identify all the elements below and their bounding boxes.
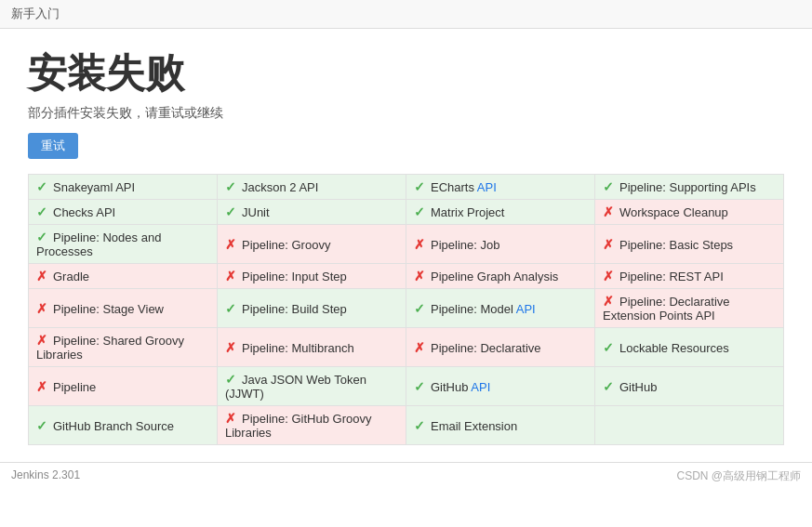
cross-icon: ✗ [414,237,425,252]
table-row: ✗Pipeline: Stage View✓Pipeline: Build St… [29,289,784,328]
cross-icon: ✗ [603,237,614,252]
top-nav: 新手入门 [0,0,812,29]
table-cell: ✓Email Extension [406,406,595,445]
check-icon: ✓ [414,379,425,394]
cross-icon: ✗ [225,237,236,252]
plugin-name: Lockable Resources [619,341,729,355]
check-icon: ✓ [225,204,236,219]
table-cell: ✗Gradle [29,264,218,289]
table-cell: ✗Pipeline: Shared Groovy Libraries [29,328,218,367]
table-cell: ✓ECharts API [406,175,595,200]
plugin-name: Pipeline: Shared Groovy Libraries [36,334,184,362]
table-row: ✓Snakeyaml API✓Jackson 2 API✓ECharts API… [29,175,784,200]
table-row: ✓Pipeline: Nodes and Processes✗Pipeline:… [29,225,784,264]
table-cell: ✓Jackson 2 API [218,175,406,200]
cross-icon: ✗ [225,269,236,283]
table-cell: ✓Checks API [29,200,218,225]
table-row: ✓Checks API✓JUnit✓Matrix Project✗Workspa… [29,200,784,225]
table-row: ✗Pipeline: Shared Groovy Libraries✗Pipel… [29,328,784,367]
plugin-name: Pipeline: Stage View [53,302,164,316]
plugin-name: Pipeline: Nodes and Processes [36,231,161,258]
table-cell: ✓GitHub API [406,367,595,406]
cross-icon: ✗ [414,269,425,283]
cross-icon: ✗ [603,204,614,219]
title-section: 安装失败 部分插件安装失败，请重试或继续 重试 [28,47,784,159]
check-icon: ✓ [603,379,614,394]
plugin-name: Pipeline: GitHub Groovy Libraries [225,412,371,440]
cross-icon: ✗ [414,340,425,355]
check-icon: ✓ [36,204,47,219]
table-row: ✗Pipeline✓Java JSON Web Token (JJWT)✓Git… [29,367,784,406]
table-cell: ✓Java JSON Web Token (JJWT) [218,367,406,406]
plugin-name: Snakeyaml API [53,180,135,194]
plugin-name: Pipeline: REST API [619,270,724,283]
table-cell: ✓GitHub Branch Source [29,406,218,445]
plugin-name: Pipeline: Input Step [242,270,347,283]
plugin-name: Checks API [53,205,115,219]
check-icon: ✓ [36,418,47,433]
cross-icon: ✗ [225,411,236,426]
plugin-name: Gradle [53,270,89,283]
table-row: ✓GitHub Branch Source✗Pipeline: GitHub G… [29,406,784,445]
plugin-name: Pipeline: Groovy [242,238,330,252]
plugin-name: Email Extension [431,419,517,433]
cross-icon: ✗ [225,340,236,355]
table-cell: ✓Pipeline: Nodes and Processes [29,225,218,264]
retry-button[interactable]: 重试 [28,133,78,159]
table-cell: ✗Pipeline: Job [406,225,595,264]
check-icon: ✓ [225,301,236,316]
plugin-name: Pipeline: Declarative [431,341,541,355]
table-cell: ✓GitHub [595,367,784,406]
check-icon: ✓ [225,372,236,387]
cross-icon: ✗ [603,269,614,283]
plugin-name: Pipeline [53,380,96,394]
table-cell: ✗Pipeline: GitHub Groovy Libraries [218,406,406,445]
cross-icon: ✗ [36,379,47,394]
plugin-name: Pipeline Graph Analysis [431,270,558,283]
table-cell: ✗Pipeline: REST API [595,264,784,289]
watermark: CSDN @高级用钢工程师 [676,468,801,484]
table-cell: ✗Pipeline Graph Analysis [406,264,595,289]
check-icon: ✓ [36,179,47,194]
check-icon: ✓ [225,179,236,194]
plugin-table: ✓Snakeyaml API✓Jackson 2 API✓ECharts API… [28,174,784,445]
cross-icon: ✗ [36,333,47,348]
plugin-name: GitHub Branch Source [53,419,174,433]
plugin-name: GitHub [619,380,657,394]
check-icon: ✓ [603,179,614,194]
table-cell: ✓Pipeline: Model API [406,289,595,328]
table-cell: ✗Pipeline: Groovy [218,225,406,264]
check-icon: ✓ [414,204,425,219]
table-row: ✗Gradle✗Pipeline: Input Step✗Pipeline Gr… [29,264,784,289]
plugin-name: Matrix Project [431,205,504,219]
plugin-name: Pipeline: Job [431,238,499,252]
plugin-name: Jackson 2 API [242,180,318,194]
subtitle: 部分插件安装失败，请重试或继续 [28,105,784,122]
nav-label: 新手入门 [11,7,60,20]
check-icon: ✓ [603,340,614,355]
table-cell: ✓Lockable Resources [595,328,784,367]
check-icon: ✓ [414,418,425,433]
cross-icon: ✗ [36,301,47,316]
plugin-name: ECharts API [431,180,497,194]
cross-icon: ✗ [36,269,47,283]
table-cell: ✗Pipeline: Input Step [218,264,406,289]
plugin-name: Java JSON Web Token (JJWT) [225,373,366,401]
table-cell: ✗Pipeline [29,367,218,406]
table-cell: ✗Pipeline: Declarative [406,328,595,367]
check-icon: ✓ [414,179,425,194]
plugin-name: Workspace Cleanup [619,205,728,219]
footer: Jenkins 2.301 CSDN @高级用钢工程师 [0,462,812,490]
table-cell: ✗Pipeline: Stage View [29,289,218,328]
version-label: Jenkins 2.301 [11,468,80,484]
table-cell: ✗Pipeline: Declarative Extension Points … [595,289,784,328]
plugin-name: GitHub API [431,380,490,394]
table-cell: ✓Pipeline: Supporting APIs [595,175,784,200]
plugin-name: Pipeline: Basic Steps [619,238,733,252]
table-cell: ✓Matrix Project [406,200,595,225]
table-cell: ✓Pipeline: Build Step [218,289,406,328]
plugin-name: Pipeline: Build Step [242,302,347,316]
table-cell: ✓JUnit [218,200,406,225]
table-cell: ✓Snakeyaml API [29,175,218,200]
plugin-name: Pipeline: Multibranch [242,341,354,355]
